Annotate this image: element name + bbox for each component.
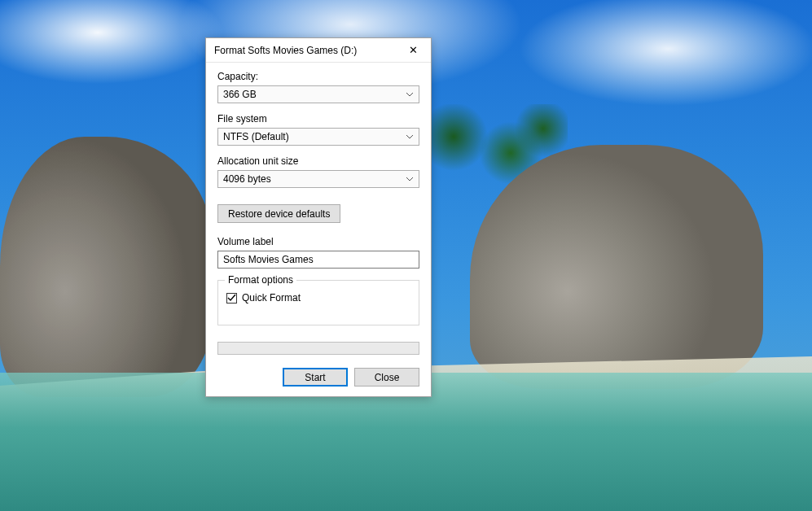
dialog-button-row: Start Close bbox=[217, 368, 419, 387]
capacity-select[interactable]: 366 GB bbox=[217, 85, 419, 103]
chevron-down-icon bbox=[404, 131, 415, 142]
close-dialog-button[interactable]: Close bbox=[354, 368, 419, 387]
titlebar[interactable]: Format Softs Movies Games (D:) ✕ bbox=[206, 38, 431, 63]
chevron-down-icon bbox=[404, 89, 415, 100]
start-label: Start bbox=[305, 372, 325, 383]
dialog-title: Format Softs Movies Games (D:) bbox=[214, 45, 395, 56]
quick-format-checkbox[interactable] bbox=[226, 293, 237, 304]
quick-format-label: Quick Format bbox=[242, 292, 301, 304]
wallpaper-rocks-left bbox=[0, 137, 212, 397]
dialog-content: Capacity: 366 GB File system NTFS (Defau… bbox=[206, 63, 431, 396]
format-options-group: Format options Quick Format bbox=[217, 280, 419, 325]
allocation-value: 4096 bytes bbox=[223, 173, 271, 185]
format-options-legend: Format options bbox=[225, 274, 296, 286]
filesystem-label: File system bbox=[217, 113, 419, 124]
capacity-label: Capacity: bbox=[217, 71, 419, 82]
restore-defaults-button[interactable]: Restore device defaults bbox=[217, 204, 340, 223]
close-label: Close bbox=[375, 372, 400, 383]
allocation-select[interactable]: 4096 bytes bbox=[217, 170, 419, 188]
close-button[interactable]: ✕ bbox=[395, 38, 431, 62]
allocation-label: Allocation unit size bbox=[217, 155, 419, 167]
format-dialog: Format Softs Movies Games (D:) ✕ Capacit… bbox=[205, 37, 432, 397]
quick-format-row[interactable]: Quick Format bbox=[226, 292, 410, 304]
filesystem-value: NTFS (Default) bbox=[223, 131, 289, 142]
progress-bar bbox=[217, 342, 419, 355]
capacity-value: 366 GB bbox=[223, 89, 257, 100]
start-button[interactable]: Start bbox=[283, 368, 348, 387]
filesystem-select[interactable]: NTFS (Default) bbox=[217, 128, 419, 146]
wallpaper-rocks-right bbox=[470, 145, 763, 389]
chevron-down-icon bbox=[404, 173, 415, 185]
close-icon: ✕ bbox=[409, 45, 418, 55]
volume-label-label: Volume label bbox=[217, 236, 419, 247]
volume-label-input[interactable] bbox=[217, 251, 419, 269]
restore-defaults-label: Restore device defaults bbox=[228, 208, 330, 220]
